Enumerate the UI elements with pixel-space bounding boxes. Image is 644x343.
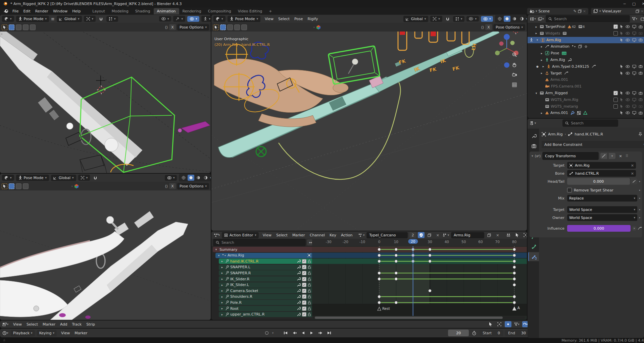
- flag-toggle-icon[interactable]: [620, 25, 623, 28]
- hamburger-menu-icon[interactable]: ≡: [51, 16, 55, 21]
- visibility-checkbox-checked[interactable]: ✓: [302, 259, 306, 264]
- viewport-menu-pose[interactable]: Pose: [292, 16, 305, 22]
- outliner-row[interactable]: ▾Arm_Rigged✓: [528, 90, 644, 96]
- dope-menu-marker[interactable]: Marker: [290, 232, 307, 238]
- outliner-item-label[interactable]: Widgets: [545, 31, 560, 36]
- viewport-main[interactable]: User Orthographic (20) Arm.Rig : hand.IK…: [211, 15, 527, 231]
- channel-row-ik-slider-l[interactable]: ▸IK_Slider.L✓: [219, 282, 313, 288]
- select-box-tool[interactable]: [220, 24, 226, 30]
- dope-menu-action[interactable]: Action: [339, 232, 355, 238]
- workspace-tab-modeling[interactable]: Modeling: [108, 8, 132, 14]
- visibility-checkbox-checked[interactable]: ✓: [302, 312, 306, 317]
- clear-target-icon[interactable]: ×: [631, 163, 634, 168]
- sidebar-toggle-icon[interactable]: ‹: [1, 31, 2, 37]
- nla-menu-add[interactable]: Add: [58, 321, 69, 328]
- flag-toggle-icon[interactable]: [620, 91, 623, 95]
- clear-influence-icon[interactable]: ×: [632, 226, 637, 231]
- viewport-menu-select[interactable]: Select: [276, 16, 292, 22]
- xray-toggle[interactable]: ▾: [201, 16, 211, 22]
- properties-search-input[interactable]: Search: [562, 119, 618, 127]
- dope-menu-key[interactable]: Key: [327, 232, 339, 238]
- transform-orientation[interactable]: Global▾: [403, 16, 429, 22]
- pin-id-icon[interactable]: [638, 132, 642, 136]
- timeline-menu-marker[interactable]: Marker: [72, 330, 90, 336]
- channel-row-root[interactable]: ▸Root✓: [219, 306, 313, 311]
- fcurve-modifier-icon[interactable]: [297, 289, 301, 293]
- pivot-point-selector[interactable]: ▾: [78, 175, 90, 181]
- select-box-tool[interactable]: [9, 24, 14, 30]
- unlocked-icon[interactable]: [308, 289, 311, 293]
- unlocked-icon[interactable]: [308, 312, 311, 316]
- fcurve-modifier-icon[interactable]: [297, 271, 301, 275]
- visibility-checkbox-checked[interactable]: ✓: [302, 277, 306, 281]
- cursor-arrow-icon[interactable]: [514, 232, 521, 238]
- workspace-tab-rendering[interactable]: Rendering: [179, 8, 205, 14]
- camera-toggle-icon[interactable]: [639, 25, 643, 28]
- workspace-tab-layout[interactable]: Layout: [89, 8, 108, 14]
- monitor-toggle-icon[interactable]: [632, 111, 636, 115]
- visibility-checkbox-checked[interactable]: ✓: [302, 265, 306, 269]
- playback-menu[interactable]: Playback▾: [11, 330, 35, 336]
- pin-icon[interactable]: [226, 295, 229, 299]
- flag-toggle-icon[interactable]: [620, 38, 623, 42]
- monitor-toggle-icon[interactable]: [632, 25, 636, 28]
- outliner-item-label[interactable]: WGTS_metarig: [551, 104, 578, 109]
- select-extend-tool[interactable]: [16, 183, 21, 189]
- constraint-extras-chevron[interactable]: ▾: [609, 153, 615, 159]
- driver-icon[interactable]: [638, 227, 642, 230]
- monitor-toggle-icon[interactable]: [632, 91, 636, 95]
- monitor-toggle-icon[interactable]: [632, 71, 636, 75]
- outliner-row[interactable]: ▸TargetFinal626✓: [528, 23, 644, 30]
- solid-shading-button[interactable]: [504, 16, 510, 22]
- outliner-item-label[interactable]: WGTS_Arm.Rig: [551, 98, 578, 102]
- blender-menu-icon[interactable]: [3, 9, 9, 13]
- nla-menu-view[interactable]: View: [11, 321, 24, 328]
- timeline-clock-icon[interactable]: ▾: [2, 330, 9, 336]
- mode-selector[interactable]: Pose Mode▾: [228, 16, 260, 22]
- outliner-item-label[interactable]: TargetFinal: [545, 24, 565, 29]
- cursor-arrow-icon[interactable]: [487, 321, 494, 327]
- overlays-dropdown[interactable]: ▾: [187, 16, 200, 22]
- mirror-x-toggle[interactable]: X: [485, 24, 492, 30]
- select-box-tool[interactable]: [9, 183, 14, 189]
- use-bbone-curve-icon[interactable]: [631, 178, 637, 184]
- pin-icon[interactable]: [226, 271, 229, 275]
- flag-toggle-icon[interactable]: [620, 98, 623, 102]
- overlays-dropdown[interactable]: ▾: [165, 175, 177, 181]
- camera-toggle-icon[interactable]: [639, 92, 643, 95]
- outliner-row[interactable]: FPS.Camera.001: [528, 83, 644, 90]
- pivot-point-selector[interactable]: ▾: [430, 16, 442, 22]
- zoom-icon[interactable]: [511, 52, 518, 58]
- channel-row-summary[interactable]: ▾Summary: [213, 247, 313, 252]
- outliner-row[interactable]: WGTS_Arm.Rig: [528, 97, 644, 103]
- outliner-row[interactable]: ▸Pose123: [528, 50, 644, 56]
- visibility-checkbox-checked[interactable]: ✓: [302, 306, 306, 311]
- unlocked-icon[interactable]: [308, 260, 311, 263]
- snap-magnet-icon[interactable]: [98, 16, 104, 22]
- outliner-row[interactable]: ▸Target: [528, 70, 644, 76]
- fcurve-modifier-icon[interactable]: [297, 295, 301, 299]
- outliner-row[interactable]: WGTS_metarig: [528, 103, 644, 110]
- new-action-copy-icon[interactable]: [426, 232, 433, 238]
- outliner-item-label[interactable]: Arm_Rigged: [545, 91, 567, 95]
- properties-tab-render[interactable]: [529, 141, 539, 151]
- constraint-curve-icon[interactable]: [600, 153, 607, 159]
- mode-selector[interactable]: Pose Mode▾: [16, 16, 49, 22]
- scene-selector[interactable]: ▾ Scene ✎ ×: [527, 8, 588, 14]
- outliner-row[interactable]: Arms.001: [528, 76, 644, 83]
- pin-icon[interactable]: ✎: [574, 9, 577, 13]
- next-keyframe-button[interactable]: [316, 330, 325, 336]
- visibility-checkbox-unchecked[interactable]: [613, 31, 618, 36]
- constraint-bone-field[interactable]: hand.CTRL.R×: [567, 170, 636, 177]
- workspace-tab-shading[interactable]: Shading: [132, 8, 154, 14]
- eye-toggle-icon[interactable]: [626, 32, 630, 35]
- camera-toggle-icon[interactable]: [639, 65, 643, 68]
- monitor-toggle-icon[interactable]: [632, 65, 636, 68]
- snap-magnet-icon[interactable]: [92, 175, 99, 181]
- pose-options-dropdown[interactable]: Pose Options▾: [177, 183, 209, 189]
- panel-collapse-chevron[interactable]: ▾: [532, 154, 533, 158]
- dope-sheet-keyframe-area[interactable]: RestA: [312, 246, 527, 320]
- outliner-item-label[interactable]: Target: [550, 71, 562, 75]
- unlocked-icon[interactable]: [308, 301, 311, 304]
- select-subtract-tool[interactable]: [234, 24, 240, 30]
